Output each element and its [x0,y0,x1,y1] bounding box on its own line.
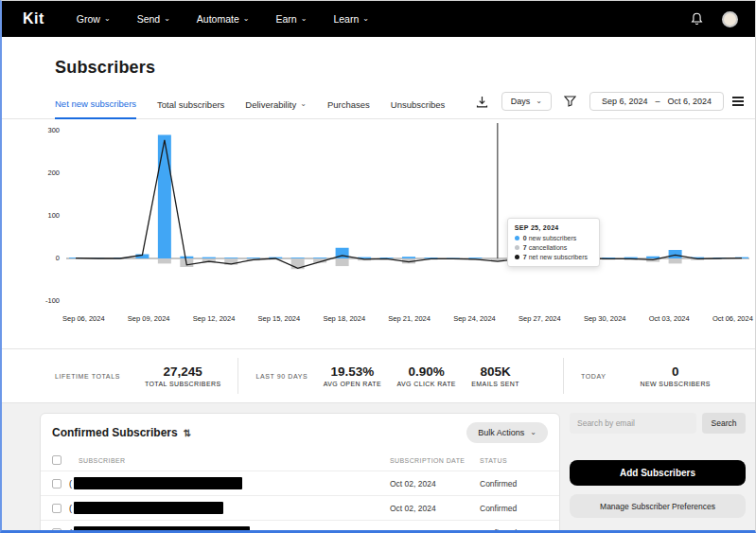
stats-today-group: TODAY 0 NEW SUBSCRIBERS [581,364,747,387]
chevron-down-icon: ⌄ [362,15,369,23]
divider [563,358,564,394]
date-range-start: Sep 6, 2024 [602,97,648,106]
bulk-actions-label: Bulk Actions [478,428,524,437]
metric-value: 19.53% [324,364,381,379]
chart-toolbar: Days ⌄ Sep 6, 2024 – Oct 6, 2024 [472,92,744,117]
status-badge: Confirmed [480,504,548,513]
kit-logo[interactable]: Kit [23,10,44,27]
row-checkbox[interactable] [52,528,62,533]
metric-new-subscribers-today: 0 NEW SUBSCRIBERS [640,364,710,387]
tabs-row: Net new subscribers Total subscribers De… [2,91,755,119]
primary-nav: Grow⌄ Send⌄ Automate⌄ Earn⌄ Learn⌄ [77,13,686,25]
page-title: Subscribers [55,58,755,78]
redacted-name [74,502,223,514]
metric-label: NEW SUBSCRIBERS [640,381,710,387]
tab-total-subscribers[interactable]: Total subscribers [157,91,224,118]
stats-group-label: LAST 90 DAYS [255,373,308,380]
metric-value: 0 [640,364,710,379]
subscription-date: Oct 02, 2024 [390,479,480,489]
period-select-value: Days [511,97,531,106]
metric-avg-open-rate: 19.53% AVG OPEN RATE [324,364,381,387]
nav-item-earn[interactable]: Earn⌄ [276,13,308,25]
tooltip-row-new: 0 new subscribers [515,235,592,241]
search-input[interactable] [570,413,696,434]
tabs: Net new subscribers Total subscribers De… [55,91,472,118]
topbar-right [686,9,738,28]
metric-total-subscribers: 27,245 TOTAL SUBSCRIBERS [145,364,221,387]
menu-icon[interactable] [732,97,744,106]
chevron-down-icon: ⌄ [536,98,542,105]
redacted-name [74,526,250,533]
tab-label: Unsubscribes [391,99,446,110]
chart-plot[interactable] [66,123,749,309]
table-row[interactable]: ( Oct 02, 2024 Confirmed [41,495,559,520]
new-subscribers-dot-icon [515,236,519,240]
metric-label: AVG CLICK RATE [396,381,456,387]
tab-label: Purchases [327,99,370,110]
chevron-down-icon: ⌄ [104,15,111,23]
nav-item-send[interactable]: Send⌄ [137,13,170,25]
table-row[interactable]: ( Oct 02, 2024 Confirmed [41,471,559,495]
select-all-checkbox[interactable] [52,455,62,465]
subscription-date: Oct 02, 2024 [390,504,480,513]
tab-label: Total subscribers [157,99,224,110]
download-icon[interactable] [472,92,493,111]
status-badge: Confirmed [480,479,548,489]
nav-item-learn[interactable]: Learn⌄ [333,13,369,25]
chart-tooltip: SEP 25, 2024 0 new subscribers 7 cancell… [507,218,600,267]
confirmed-subscribers-title: Confirmed Subscribers ⇅ [52,426,191,439]
subscribers-chart: 3002001000-100 Sep 06, 2024Sep 09, 2024S… [34,123,755,329]
stats-group-label: TODAY [581,373,606,380]
chevron-down-icon: ⌄ [243,15,250,23]
tab-label: Net new subscribers [55,98,136,109]
bell-icon[interactable] [686,9,707,28]
bulk-actions-button[interactable]: Bulk Actions ⌄ [466,422,548,443]
chevron-down-icon: ⌄ [301,15,308,23]
chevron-down-icon: ⌄ [164,15,170,23]
top-nav: Kit Grow⌄ Send⌄ Automate⌄ Earn⌄ Learn⌄ [2,1,755,37]
tab-deliverability[interactable]: Deliverability⌄ [245,91,307,118]
main-content: Subscribers Net new subscribers Total su… [2,37,755,533]
nav-label: Automate [197,13,239,25]
period-select[interactable]: Days ⌄ [501,92,552,111]
chevron-down-icon: ⌄ [300,100,307,108]
metric-label: EMAILS SENT [471,381,519,387]
chart-x-axis: Sep 06, 2024Sep 09, 2024Sep 12, 2024Sep … [62,309,753,323]
tab-unsubscribes[interactable]: Unsubscribes [391,91,446,118]
card-header: Confirmed Subscribers ⇅ Bulk Actions ⌄ [41,414,559,452]
subscriber-search: Search [570,413,746,434]
col-header-status: STATUS [480,457,548,464]
avatar[interactable] [722,11,738,27]
nav-item-automate[interactable]: Automate⌄ [197,13,250,25]
chevron-down-icon: ⌄ [530,429,536,436]
table-row[interactable]: ( Oct 02, 2024 Confirmed [41,520,559,533]
search-button[interactable]: Search [702,413,746,434]
tab-purchases[interactable]: Purchases [327,91,370,118]
manage-subscriber-preferences-button[interactable]: Manage Subscriber Preferences [570,494,746,518]
nav-label: Earn [276,13,297,25]
subscriber-name: ( [69,477,390,489]
stats-band: LIFETIME TOTALS 27,245 TOTAL SUBSCRIBERS… [2,348,755,403]
confirmed-subscribers-card: Confirmed Subscribers ⇅ Bulk Actions ⌄ S… [40,413,560,533]
metric-emails-sent: 805K EMAILS SENT [471,364,519,387]
app-window: Kit Grow⌄ Send⌄ Automate⌄ Earn⌄ Learn⌄ S… [0,0,756,533]
date-range-separator: – [655,97,659,106]
add-subscribers-button[interactable]: Add Subscribers [570,460,746,486]
date-range-picker[interactable]: Sep 6, 2024 – Oct 6, 2024 [589,92,724,111]
tab-net-new-subscribers[interactable]: Net new subscribers [55,91,136,119]
stats-lifetime-group: LIFETIME TOTALS 27,245 TOTAL SUBSCRIBERS [55,364,220,387]
lower-section: Confirmed Subscribers ⇅ Bulk Actions ⌄ S… [2,403,755,533]
sort-icon[interactable]: ⇅ [184,428,191,438]
subscription-date: Oct 02, 2024 [390,528,480,533]
row-checkbox[interactable] [52,504,62,513]
metric-avg-click-rate: 0.90% AVG CLICK RATE [396,364,456,387]
metric-value: 27,245 [145,364,221,379]
metric-label: AVG OPEN RATE [324,381,381,387]
subscriber-name: ( [69,502,390,514]
nav-label: Send [137,13,161,25]
filter-icon[interactable] [560,92,581,111]
row-checkbox[interactable] [52,479,62,489]
nav-label: Grow [77,13,100,25]
metric-value: 0.90% [396,364,456,379]
nav-item-grow[interactable]: Grow⌄ [77,13,111,25]
